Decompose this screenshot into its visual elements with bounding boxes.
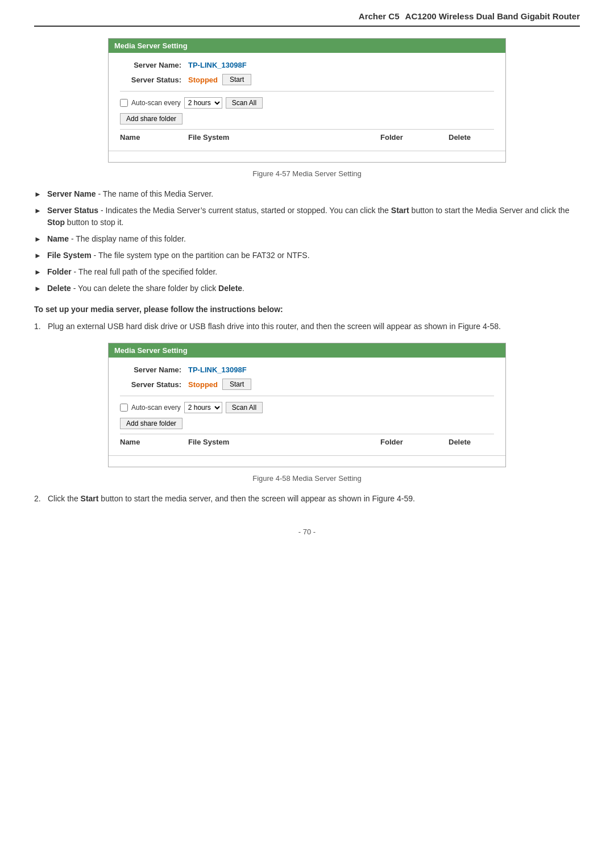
- col-delete-1: Delete: [449, 133, 494, 142]
- term-filesystem: File System: [47, 251, 92, 260]
- add-share-row-2: Add share folder: [120, 418, 494, 434]
- product-full: AC1200 Wireless Dual Band Gigabit Router: [405, 11, 580, 21]
- bullet-server-name: ► Server Name - The name of this Media S…: [34, 188, 580, 200]
- term-folder: Folder: [47, 267, 72, 276]
- bullet-name: ► Name - The display name of this folder…: [34, 233, 580, 245]
- server-status-row-2: Server Status: Stopped Start: [120, 379, 494, 390]
- server-status-row: Server Status: Stopped Start: [120, 74, 494, 85]
- server-name-label-2: Server Name:: [120, 366, 188, 374]
- col-name-2: Name: [120, 438, 188, 446]
- figure2-box: Media Server Setting Server Name: TP-LIN…: [108, 343, 506, 467]
- col-name-1: Name: [120, 133, 188, 142]
- autoscan-select-1[interactable]: 2 hours: [184, 97, 222, 109]
- step-1: 1. Plug an external USB hard disk drive …: [34, 321, 580, 333]
- server-status-value-2: Stopped: [188, 380, 218, 389]
- page-number: - 70 -: [298, 528, 316, 536]
- term-delete: Delete: [47, 284, 71, 293]
- start-button-1[interactable]: Start: [222, 74, 251, 85]
- server-name-row-2: Server Name: TP-LINK_13098F: [120, 366, 494, 374]
- step-1-num: 1.: [34, 321, 48, 333]
- autoscan-row-1: Auto-scan every 2 hours Scan All: [120, 97, 494, 109]
- server-name-label: Server Name:: [120, 61, 188, 69]
- table-header-2: Name File System Folder Delete: [120, 434, 494, 450]
- scan-all-button-2[interactable]: Scan All: [226, 402, 263, 413]
- autoscan-checkbox-1[interactable]: [120, 99, 128, 107]
- col-delete-2: Delete: [449, 438, 494, 446]
- step-1-text: Plug an external USB hard disk drive or …: [48, 321, 501, 333]
- autoscan-label-2: Auto-scan every: [131, 404, 181, 412]
- add-share-button-2[interactable]: Add share folder: [120, 418, 182, 429]
- add-share-button-1[interactable]: Add share folder: [120, 113, 182, 124]
- bullet-filesystem-text: File System - The file system type on th…: [47, 250, 310, 261]
- server-name-value-2: TP-LINK_13098F: [188, 366, 247, 374]
- figure2-caption: Figure 4-58 Media Server Setting: [34, 474, 580, 483]
- arrow-icon-6: ►: [34, 283, 42, 294]
- arrow-icon-2: ►: [34, 205, 42, 217]
- server-name-row: Server Name: TP-LINK_13098F: [120, 61, 494, 69]
- numbered-list: 1. Plug an external USB hard disk drive …: [34, 321, 580, 333]
- term-name: Name: [47, 234, 69, 243]
- bullet-name-text: Name - The display name of this folder.: [47, 233, 186, 245]
- page-header: Archer C5 AC1200 Wireless Dual Band Giga…: [34, 11, 580, 27]
- arrow-icon-4: ►: [34, 250, 42, 261]
- col-filesystem-2: File System: [188, 438, 380, 446]
- step-2-num: 2.: [34, 493, 48, 505]
- bullet-folder: ► Folder - The real full path of the spe…: [34, 266, 580, 278]
- figure2-body: Server Name: TP-LINK_13098F Server Statu…: [109, 358, 505, 455]
- product-name: Archer C5: [359, 11, 400, 21]
- bullet-server-name-text: Server Name - The name of this Media Ser…: [47, 188, 213, 200]
- arrow-icon-3: ►: [34, 234, 42, 245]
- figure2-footer: [109, 455, 505, 467]
- figure1-footer: [109, 151, 505, 162]
- add-share-row-1: Add share folder: [120, 113, 494, 129]
- bullet-filesystem: ► File System - The file system type on …: [34, 250, 580, 261]
- scan-all-button-1[interactable]: Scan All: [226, 97, 263, 109]
- bold-start-2: Start: [81, 494, 99, 503]
- start-button-2[interactable]: Start: [222, 379, 251, 390]
- figure1-title: Media Server Setting: [109, 39, 505, 53]
- table-header-1: Name File System Folder Delete: [120, 129, 494, 145]
- server-name-value: TP-LINK_13098F: [188, 61, 247, 69]
- arrow-icon-5: ►: [34, 267, 42, 278]
- autoscan-row-2: Auto-scan every 2 hours Scan All: [120, 402, 494, 413]
- bullet-server-status-text: Server Status - Indicates the Media Serv…: [47, 205, 580, 229]
- col-folder-2: Folder: [380, 438, 449, 446]
- server-status-label: Server Status:: [120, 76, 188, 84]
- bullet-delete-text: Delete - You can delete the share folder…: [47, 283, 244, 294]
- step-2-text: Click the Start button to start the medi…: [48, 493, 415, 505]
- figure1-caption: Figure 4-57 Media Server Setting: [34, 169, 580, 178]
- server-status-value: Stopped: [188, 76, 218, 84]
- numbered-list-2: 2. Click the Start button to start the m…: [34, 493, 580, 505]
- col-filesystem-1: File System: [188, 133, 380, 142]
- autoscan-label-1: Auto-scan every: [131, 99, 181, 107]
- col-folder-1: Folder: [380, 133, 449, 142]
- autoscan-select-2[interactable]: 2 hours: [184, 402, 222, 413]
- term-server-status: Server Status: [47, 206, 98, 215]
- bullet-folder-text: Folder - The real full path of the speci…: [47, 266, 217, 278]
- arrow-icon-1: ►: [34, 189, 42, 200]
- bullet-server-status: ► Server Status - Indicates the Media Se…: [34, 205, 580, 229]
- bold-start-1: Start: [391, 206, 409, 215]
- bold-delete-1: Delete: [218, 284, 242, 293]
- page-footer: - 70 -: [34, 528, 580, 536]
- instructions-heading: To set up your media server, please foll…: [34, 305, 580, 314]
- server-status-label-2: Server Status:: [120, 380, 188, 389]
- bullet-list: ► Server Name - The name of this Media S…: [34, 188, 580, 294]
- figure2-title: Media Server Setting: [109, 343, 505, 358]
- autoscan-checkbox-2[interactable]: [120, 404, 128, 412]
- bold-stop-1: Stop: [47, 218, 65, 227]
- term-server-name: Server Name: [47, 189, 96, 198]
- figure1-box: Media Server Setting Server Name: TP-LIN…: [108, 38, 506, 163]
- bullet-delete: ► Delete - You can delete the share fold…: [34, 283, 580, 294]
- figure1-body: Server Name: TP-LINK_13098F Server Statu…: [109, 53, 505, 151]
- step-2: 2. Click the Start button to start the m…: [34, 493, 580, 505]
